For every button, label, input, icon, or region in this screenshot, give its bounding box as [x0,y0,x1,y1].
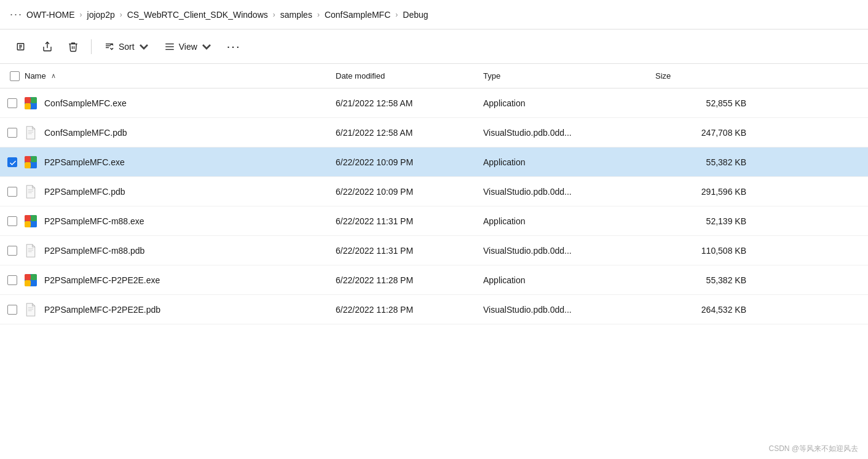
file-date-1: 6/21/2022 12:58 AM [331,128,478,138]
file-type-2: Application [478,157,650,167]
delete-button[interactable] [61,36,85,58]
breadcrumb-sep-1: › [120,10,122,19]
view-label: View [179,42,197,52]
file-name-cell: P2PSampleMFC-P2PE2E.pdb [5,302,331,317]
file-type-icon-3 [23,184,38,199]
breadcrumb-sep-2: › [273,10,275,19]
file-checkbox-1[interactable] [7,128,17,138]
col-header-date[interactable]: Date modified [331,71,478,80]
svg-rect-38 [25,280,31,286]
file-checkbox-2[interactable] [7,157,17,167]
file-date-7: 6/22/2022 11:28 PM [331,305,478,315]
file-date-6: 6/22/2022 11:28 PM [331,275,478,285]
breadcrumb-item-1[interactable]: jojop2p [87,10,115,20]
view-icon [164,41,175,52]
file-type-1: VisualStudio.pdb.0dd... [478,128,650,138]
breadcrumb-sep-4: › [395,10,398,19]
table-row[interactable]: P2PSampleMFC-P2PE2E.exe 6/22/2022 11:28 … [0,265,868,295]
file-size-5: 110,508 KB [650,246,761,256]
file-date-5: 6/22/2022 11:31 PM [331,246,478,256]
table-row[interactable]: ConfSampleMFC.pdb 6/21/2022 12:58 AM Vis… [0,118,868,147]
select-all-checkbox[interactable] [10,71,20,81]
table-row[interactable]: P2PSampleMFC-m88.exe 6/22/2022 11:31 PM … [0,206,868,236]
file-name-text-1: ConfSampleMFC.pdb [44,128,127,138]
file-checkbox-4[interactable] [7,216,17,226]
svg-rect-29 [31,215,37,221]
file-name-text-6: P2PSampleMFC-P2PE2E.exe [44,275,160,285]
svg-rect-37 [31,274,37,280]
svg-rect-21 [31,156,37,162]
col-type-label: Type [483,71,500,80]
table-row[interactable]: P2PSampleMFC.pdb 6/22/2022 10:09 PM Visu… [0,177,868,206]
sort-label: Sort [119,42,135,52]
breadcrumb-item-3[interactable]: samples [280,10,312,20]
svg-rect-30 [25,221,31,227]
breadcrumb-current: Debug [403,10,428,20]
svg-rect-14 [25,103,31,109]
breadcrumb-item-0[interactable]: OWT-HOME [26,10,75,20]
file-checkbox-5[interactable] [7,246,17,256]
file-name-text-5: P2PSampleMFC-m88.pdb [44,246,144,256]
file-type-icon-6 [23,273,38,288]
file-type-icon-2 [23,155,38,170]
file-size-0: 52,855 KB [650,98,761,108]
file-date-4: 6/22/2022 11:31 PM [331,216,478,226]
svg-rect-36 [25,274,31,280]
svg-rect-12 [25,97,31,103]
file-name-cell: P2PSampleMFC-m88.pdb [5,243,331,258]
file-size-3: 291,596 KB [650,187,761,197]
file-checkbox-7[interactable] [7,305,17,315]
table-row[interactable]: ConfSampleMFC.exe 6/21/2022 12:58 AM App… [0,88,868,118]
file-name-cell: ConfSampleMFC.pdb [5,125,331,140]
rename-icon [16,41,27,52]
svg-rect-22 [25,162,31,168]
breadcrumb-item-2[interactable]: CS_WebRTC_Client_SDK_Windows [127,10,268,20]
file-checkbox-3[interactable] [7,187,17,197]
file-size-6: 55,382 KB [650,275,761,285]
rename-button[interactable] [10,36,33,58]
file-type-icon-0 [23,96,38,111]
sort-button[interactable]: Sort [98,36,156,58]
file-date-2: 6/22/2022 10:09 PM [331,157,478,167]
view-chevron-icon [201,41,212,52]
file-type-icon-5 [23,243,38,258]
file-date-3: 6/22/2022 10:09 PM [331,187,478,197]
col-header-size[interactable]: Size [650,71,761,80]
delete-icon [68,41,79,52]
file-type-0: Application [478,98,650,108]
file-name-cell: ConfSampleMFC.exe [5,96,331,111]
footer-watermark: CSDN @等风来不如迎风去 [768,444,858,454]
breadcrumb-bar: ··· OWT-HOME › jojop2p › CS_WebRTC_Clien… [0,0,868,29]
file-name-text-7: P2PSampleMFC-P2PE2E.pdb [44,305,160,315]
share-button[interactable] [36,36,59,58]
toolbar: Sort View ··· [0,29,868,64]
file-type-4: Application [478,216,650,226]
view-button[interactable]: View [158,36,218,58]
table-row[interactable]: P2PSampleMFC-m88.pdb 6/22/2022 11:31 PM … [0,236,868,265]
file-name-text-2: P2PSampleMFC.exe [44,157,125,167]
file-name-cell: P2PSampleMFC-m88.exe [5,214,331,229]
file-name-text-0: ConfSampleMFC.exe [44,98,127,108]
breadcrumb-dots[interactable]: ··· [10,8,23,21]
breadcrumb-sep-3: › [317,10,320,19]
more-button[interactable]: ··· [221,36,247,58]
file-name-text-3: P2PSampleMFC.pdb [44,187,125,197]
file-checkbox-0[interactable] [7,98,17,108]
file-name-cell: P2PSampleMFC-P2PE2E.exe [5,273,331,288]
toolbar-divider-1 [91,39,92,54]
file-rows-container: ConfSampleMFC.exe 6/21/2022 12:58 AM App… [0,88,868,324]
col-date-label: Date modified [336,71,385,80]
col-header-type[interactable]: Type [478,71,650,80]
more-icon: ··· [227,39,241,53]
file-size-2: 55,382 KB [650,157,761,167]
svg-rect-15 [31,103,37,109]
file-type-7: VisualStudio.pdb.0dd... [478,305,650,315]
share-icon [42,41,53,52]
file-checkbox-6[interactable] [7,275,17,285]
table-row[interactable]: P2PSampleMFC.exe 6/22/2022 10:09 PM Appl… [0,147,868,177]
table-row[interactable]: P2PSampleMFC-P2PE2E.pdb 6/22/2022 11:28 … [0,295,868,324]
breadcrumb-item-4[interactable]: ConfSampleMFC [325,10,390,20]
file-name-text-4: P2PSampleMFC-m88.exe [44,216,144,226]
col-header-name[interactable]: Name ∧ [5,71,331,81]
svg-rect-20 [25,156,31,162]
